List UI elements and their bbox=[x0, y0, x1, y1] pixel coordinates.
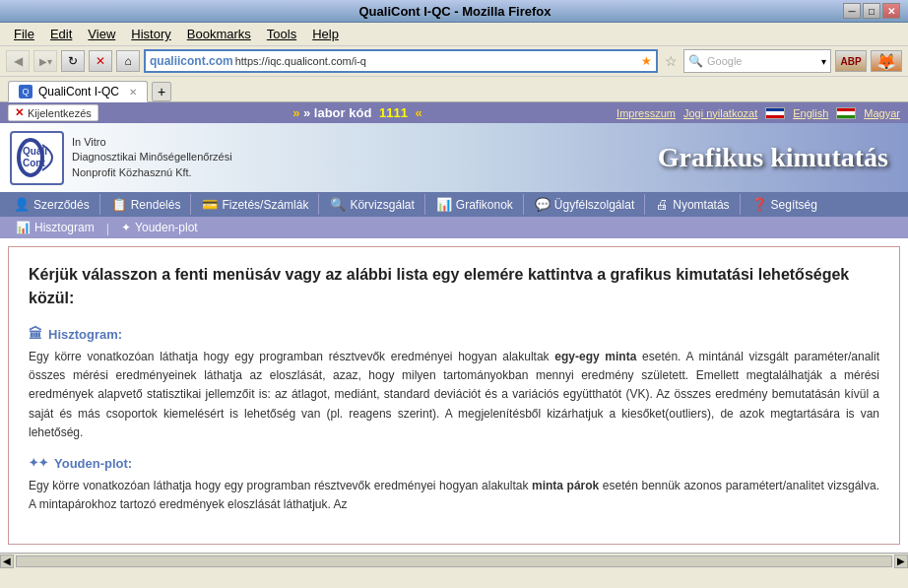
logo-icon: Quali Cont bbox=[10, 131, 64, 185]
header-links: Impresszum Jogi nyilatkozat English Magy… bbox=[616, 107, 900, 119]
feed-icon: ★ bbox=[641, 54, 652, 68]
ugyfelszolgalat-icon: 💬 bbox=[535, 197, 551, 212]
nav-rendeles[interactable]: 📋 Rendelés bbox=[101, 194, 192, 215]
banner-title: Grafikus kimutatás bbox=[232, 142, 898, 173]
youden-text-part1: Egy körre vonatkozóan láthatja hogy egy … bbox=[29, 479, 532, 492]
menu-bookmarks[interactable]: Bookmarks bbox=[181, 26, 257, 42]
tab-close-icon[interactable]: ✕ bbox=[129, 87, 137, 98]
menu-view[interactable]: View bbox=[82, 26, 121, 42]
banner: Quali Cont In Vitro Diagnosztikai Minősé… bbox=[0, 123, 908, 192]
svg-text:Quali: Quali bbox=[23, 146, 47, 157]
hisztogram-section: 🏛 Hisztogram: Egy körre vonatkozóan láth… bbox=[29, 326, 879, 442]
youden-link[interactable]: Youden-plot: bbox=[54, 456, 132, 471]
labor-label: » labor kód bbox=[303, 105, 371, 120]
youden-body: Egy körre vonatkozóan láthatja hogy egy … bbox=[29, 477, 879, 514]
stop-button[interactable]: ✕ bbox=[89, 50, 112, 72]
new-tab-button[interactable]: + bbox=[152, 82, 171, 101]
subnav-youden[interactable]: ✦ Youden-plot bbox=[113, 219, 206, 236]
menu-history[interactable]: History bbox=[125, 26, 176, 42]
jogi-link[interactable]: Jogi nyilatkozat bbox=[683, 107, 757, 119]
lang-en-link[interactable]: English bbox=[793, 107, 828, 119]
subnav-bar: 📊 Hisztogram | ✦ Youden-plot bbox=[0, 217, 908, 238]
rendeles-icon: 📋 bbox=[111, 197, 127, 212]
flag-en-icon bbox=[765, 107, 785, 119]
subnav-separator: | bbox=[106, 221, 109, 235]
page-content: ✕ Kijelentkezés » » labor kód 1111 « Imp… bbox=[0, 102, 908, 568]
address-url: https://iqc.qualicont.com/i-q bbox=[235, 55, 641, 67]
nav-bar: 👤 Szerződés 📋 Rendelés 💳 Fizetés/Számlák… bbox=[0, 192, 908, 217]
korvizsgalat-icon: 🔍 bbox=[330, 197, 346, 212]
tab-qualicont[interactable]: Q QualiCont I-QC ✕ bbox=[8, 81, 148, 102]
lang-hu-link[interactable]: Magyar bbox=[864, 107, 900, 119]
hisztogram-link[interactable]: Hisztogram: bbox=[48, 327, 122, 342]
close-button[interactable]: ✕ bbox=[882, 3, 900, 19]
nav-nyomtatas-label: Nyomtatás bbox=[673, 198, 729, 212]
back-button[interactable]: ◀ bbox=[6, 50, 30, 72]
home-button[interactable]: ⌂ bbox=[116, 50, 140, 72]
subnav-hisztogram[interactable]: 📊 Hisztogram bbox=[8, 219, 102, 236]
grafikonok-icon: 📊 bbox=[436, 197, 452, 212]
hisztogram-subnav-icon: 📊 bbox=[16, 221, 31, 234]
youden-title: ✦✦ Youden-plot: bbox=[29, 456, 879, 471]
nav-fizetes[interactable]: 💳 Fizetés/Számlák bbox=[192, 194, 319, 215]
flag-hu-icon bbox=[836, 107, 856, 119]
app-header-bar: ✕ Kijelentkezés » » labor kód 1111 « Imp… bbox=[0, 102, 908, 123]
minimize-button[interactable]: ─ bbox=[843, 3, 861, 19]
tab-favicon: Q bbox=[19, 85, 32, 98]
content-heading: Kérjük válasszon a fenti menüsáv vagy az… bbox=[29, 263, 879, 310]
svg-text:Cont: Cont bbox=[23, 158, 45, 168]
toolbar: ◀ ▶▾ ↻ ✕ ⌂ qualiicont.com https://iqc.qu… bbox=[0, 46, 908, 77]
menu-file[interactable]: File bbox=[8, 26, 40, 42]
window-controls[interactable]: ─ □ ✕ bbox=[843, 3, 900, 19]
nav-szerzodes[interactable]: 👤 Szerződés bbox=[4, 194, 100, 215]
menu-edit[interactable]: Edit bbox=[44, 26, 78, 42]
nav-nyomtatas[interactable]: 🖨 Nyomtatás bbox=[646, 194, 740, 215]
nav-ugyfelszolgalat[interactable]: 💬 Ügyfélszolgálat bbox=[525, 194, 645, 215]
scroll-left-button[interactable]: ◀ bbox=[0, 555, 14, 568]
logo-line2: Diagnosztikai Minőségellenőrzési bbox=[72, 150, 232, 164]
search-dropdown-icon[interactable]: ▾ bbox=[821, 56, 826, 67]
scroll-right-button[interactable]: ▶ bbox=[894, 555, 908, 568]
labor-code: 1111 bbox=[379, 105, 408, 120]
nav-grafikonok-label: Grafikonok bbox=[456, 198, 513, 212]
titlebar: QualiCont I-QC - Mozilla Firefox ─ □ ✕ bbox=[0, 0, 908, 23]
forward-button[interactable]: ▶▾ bbox=[33, 50, 57, 72]
nav-korvizsgalat[interactable]: 🔍 Körvizsgálat bbox=[320, 194, 424, 215]
hisztogram-title: 🏛 Hisztogram: bbox=[29, 326, 879, 342]
bottom-scrollbar[interactable]: ◀ ▶ bbox=[0, 553, 908, 568]
hisztogram-subnav-label: Hisztogram bbox=[34, 221, 95, 234]
tabbar: Q QualiCont I-QC ✕ + bbox=[0, 77, 908, 102]
reload-button[interactable]: ↻ bbox=[61, 50, 85, 72]
menu-help[interactable]: Help bbox=[306, 26, 345, 42]
nav-ugyfelszolgalat-label: Ügyfélszolgálat bbox=[554, 198, 634, 212]
abp-addon-button[interactable]: ABP bbox=[835, 50, 867, 72]
labor-arrow-right: « bbox=[416, 105, 422, 120]
nav-grafikonok[interactable]: 📊 Grafikonok bbox=[426, 194, 524, 215]
window-title: QualiCont I-QC - Mozilla Firefox bbox=[67, 4, 843, 19]
bookmark-star[interactable]: ☆ bbox=[662, 50, 680, 72]
addon-button-2[interactable]: 🦊 bbox=[871, 50, 902, 72]
nav-fizetes-label: Fizetés/Számlák bbox=[222, 198, 308, 212]
menu-tools[interactable]: Tools bbox=[261, 26, 302, 42]
fizetes-icon: 💳 bbox=[202, 197, 218, 212]
nav-rendeles-label: Rendelés bbox=[131, 198, 181, 212]
logout-label: Kijelentkezés bbox=[28, 107, 92, 119]
search-box[interactable]: 🔍 Google ▾ bbox=[683, 49, 831, 73]
address-bar[interactable]: qualiicont.com https://iqc.qualicont.com… bbox=[144, 49, 658, 73]
search-engine-icon: 🔍 bbox=[688, 54, 703, 68]
nav-korvizsgalat-label: Körvizsgálat bbox=[350, 198, 414, 212]
nav-segitseg-label: Segítség bbox=[771, 198, 817, 212]
maximize-button[interactable]: □ bbox=[863, 3, 880, 19]
hisztogram-bold-text: egy-egy minta bbox=[554, 350, 636, 363]
impresszum-link[interactable]: Impresszum bbox=[616, 107, 676, 119]
nyomtatas-icon: 🖨 bbox=[656, 197, 669, 212]
segitseg-icon: ❓ bbox=[751, 197, 767, 212]
labor-info: » » labor kód 1111 « bbox=[292, 105, 422, 120]
youden-subnav-label: Youden-plot bbox=[135, 221, 198, 234]
youden-title-icon: ✦✦ bbox=[29, 456, 48, 470]
menubar: File Edit View History Bookmarks Tools H… bbox=[0, 23, 908, 46]
scroll-track[interactable] bbox=[16, 555, 892, 567]
logout-button[interactable]: ✕ Kijelentkezés bbox=[8, 104, 98, 121]
content-area: Kérjük válasszon a fenti menüsáv vagy az… bbox=[8, 246, 900, 545]
nav-segitseg[interactable]: ❓ Segítség bbox=[742, 194, 827, 215]
